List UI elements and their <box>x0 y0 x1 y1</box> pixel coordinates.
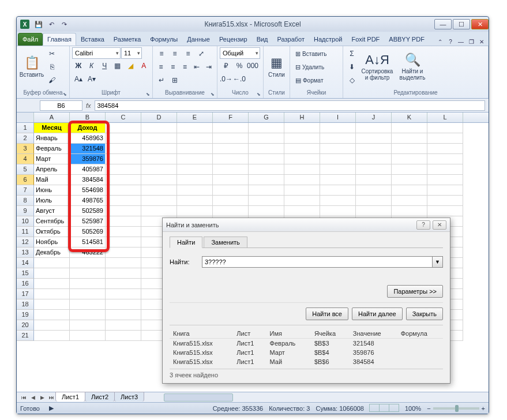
cell[interactable] <box>213 185 249 196</box>
align-middle-button[interactable]: ≡ <box>168 47 181 60</box>
result-row[interactable]: Книга515.xlsxЛист1Май$B$6384584 <box>170 357 443 366</box>
row-header[interactable]: 21 <box>17 331 34 341</box>
cell[interactable] <box>106 154 141 164</box>
cell[interactable]: Декабрь <box>34 247 70 258</box>
format-painter-button[interactable]: 🖌 <box>46 74 58 87</box>
col-cell[interactable]: Ячейка <box>311 329 350 339</box>
cell[interactable] <box>427 164 463 175</box>
cell[interactable] <box>427 185 463 196</box>
font-color-button[interactable]: A <box>137 59 150 72</box>
cell[interactable]: 502589 <box>70 206 106 216</box>
bold-button[interactable]: Ж <box>72 59 85 72</box>
cell[interactable] <box>141 206 177 216</box>
grow-font-button[interactable]: A▴ <box>72 73 85 85</box>
mdi-minimize-icon[interactable]: — <box>456 38 465 46</box>
cell[interactable] <box>141 185 177 196</box>
dialog-launcher-icon[interactable]: ⬊ <box>211 92 215 97</box>
cell[interactable] <box>106 279 141 289</box>
dialog-titlebar[interactable]: Найти и заменить ? ✕ <box>163 218 450 232</box>
cell[interactable] <box>106 123 141 133</box>
column-header-D[interactable]: D <box>141 112 177 122</box>
row-header[interactable]: 2 <box>17 133 34 144</box>
orientation-button[interactable]: ⤢ <box>195 47 208 60</box>
row-header[interactable]: 17 <box>17 289 34 299</box>
cell[interactable] <box>427 133 463 144</box>
minimize-button[interactable]: — <box>434 19 452 29</box>
cell[interactable] <box>320 196 356 206</box>
currency-button[interactable]: ₽ <box>220 59 232 72</box>
cell[interactable] <box>177 123 213 133</box>
cell[interactable] <box>141 196 177 206</box>
cell[interactable] <box>249 123 284 133</box>
cell[interactable] <box>320 206 356 216</box>
cell[interactable] <box>284 123 320 133</box>
cell[interactable] <box>177 206 213 216</box>
cell[interactable] <box>356 123 392 133</box>
save-button[interactable]: 💾 <box>33 18 44 30</box>
column-header-E[interactable]: E <box>177 112 213 122</box>
col-formula[interactable]: Формула <box>397 329 443 339</box>
column-header-I[interactable]: I <box>320 112 356 122</box>
cell[interactable]: Май <box>34 175 70 185</box>
fill-color-button[interactable]: ◢ <box>125 59 137 72</box>
align-bottom-button[interactable]: ≡ <box>182 47 194 60</box>
cell[interactable] <box>177 154 213 164</box>
fx-icon[interactable]: fx <box>86 102 91 109</box>
mdi-close-icon[interactable]: ✕ <box>477 38 486 46</box>
cell[interactable] <box>177 185 213 196</box>
cell[interactable] <box>356 175 392 185</box>
dialog-tab-replace[interactable]: Заменить <box>204 237 247 248</box>
cell[interactable] <box>106 310 141 320</box>
percent-button[interactable]: % <box>233 59 246 72</box>
row-header[interactable]: 19 <box>17 310 34 320</box>
column-header-G[interactable]: G <box>249 112 284 122</box>
cell[interactable] <box>284 206 320 216</box>
paste-button[interactable]: 📋Вставить <box>19 47 44 87</box>
cell[interactable] <box>70 258 106 268</box>
cell[interactable] <box>70 279 106 289</box>
cell[interactable] <box>177 196 213 206</box>
sheet-tab-1[interactable]: Лист1 <box>55 392 85 402</box>
cell[interactable]: 463222 <box>70 247 106 258</box>
cell[interactable] <box>356 206 392 216</box>
row-header[interactable]: 14 <box>17 258 34 268</box>
styles-button[interactable]: ▦Стили <box>266 47 287 87</box>
cell[interactable]: Март <box>34 154 70 164</box>
row-header[interactable]: 3 <box>17 144 34 154</box>
cell[interactable] <box>106 331 141 341</box>
status-macro-icon[interactable]: ▶ <box>49 404 54 412</box>
cell[interactable] <box>249 185 284 196</box>
cell[interactable] <box>213 196 249 206</box>
cell[interactable] <box>141 123 177 133</box>
cell[interactable] <box>356 144 392 154</box>
cell[interactable] <box>70 310 106 320</box>
cell[interactable] <box>177 144 213 154</box>
cell[interactable] <box>320 164 356 175</box>
undo-button[interactable]: ↶ <box>46 18 57 30</box>
cell[interactable] <box>427 196 463 206</box>
cell[interactable] <box>106 133 141 144</box>
close-dialog-button[interactable]: Закрыть <box>406 308 443 320</box>
cell[interactable] <box>320 154 356 164</box>
column-header-F[interactable]: F <box>213 112 249 122</box>
cell[interactable] <box>106 268 141 279</box>
cell[interactable] <box>392 144 427 154</box>
result-row[interactable]: Книга515.xlsxЛист1Февраль$B$3321548 <box>170 339 443 348</box>
zoom-in-icon[interactable]: + <box>482 405 485 412</box>
cell[interactable] <box>249 154 284 164</box>
cell[interactable] <box>141 144 177 154</box>
mdi-restore-icon[interactable]: ❐ <box>467 38 476 46</box>
sheet-nav-next-icon[interactable]: ▶ <box>37 395 47 400</box>
align-right-button[interactable]: ≡ <box>179 61 191 73</box>
zoom-out-icon[interactable]: − <box>427 405 430 412</box>
cell[interactable] <box>34 331 70 341</box>
cell[interactable]: 514581 <box>70 237 106 247</box>
cell[interactable] <box>70 289 106 299</box>
cell[interactable] <box>392 206 427 216</box>
col-name[interactable]: Имя <box>266 329 311 339</box>
cell[interactable] <box>356 196 392 206</box>
cell[interactable] <box>356 185 392 196</box>
cell[interactable]: 458963 <box>70 133 106 144</box>
cell[interactable] <box>106 206 141 216</box>
row-header[interactable]: 18 <box>17 299 34 310</box>
